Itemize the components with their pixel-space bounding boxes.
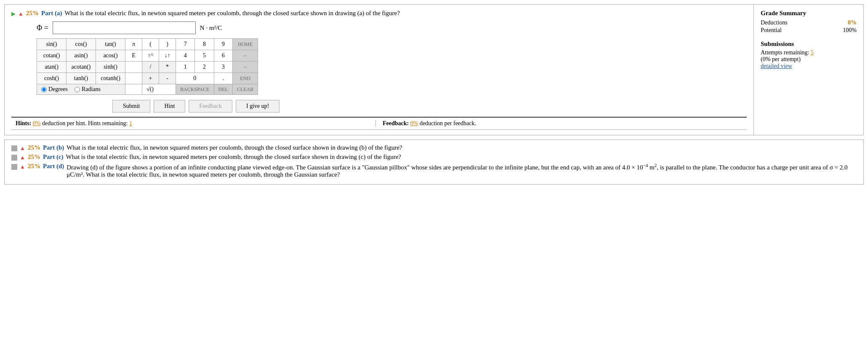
two-button[interactable]: 2 xyxy=(195,62,214,73)
deductions-row: Deductions 0% xyxy=(761,19,857,26)
part-b-percent: 25% xyxy=(28,144,40,151)
part-b-question: What is the total electric flux, in newt… xyxy=(67,144,857,151)
detailed-view-link[interactable]: detailed view xyxy=(761,63,792,69)
backspace-button[interactable]: BACKSPACE xyxy=(176,84,214,95)
cotan-button[interactable]: cotan() xyxy=(37,50,67,62)
part-d-row: ▲ 25% Part (d) Drawing (d) of the figure… xyxy=(11,163,857,178)
close-paren-button[interactable]: ) xyxy=(159,39,176,50)
multiply-button[interactable]: * xyxy=(159,62,176,73)
empty2 xyxy=(125,73,142,84)
hints-text: deduction per hint. Hints remaining: xyxy=(42,120,129,126)
part-d-question: Drawing (d) of the figure shows a portio… xyxy=(67,163,857,178)
action-buttons: Submit Hint Feedback I give up! xyxy=(112,100,747,113)
eight-button[interactable]: 8 xyxy=(195,39,214,50)
cosh-button[interactable]: cosh() xyxy=(37,73,67,84)
e-button[interactable]: E xyxy=(125,50,142,62)
deductions-label: Deductions xyxy=(761,19,788,26)
part-c-icon xyxy=(11,155,17,161)
four-button[interactable]: 4 xyxy=(176,50,195,62)
cos-button[interactable]: cos() xyxy=(67,39,96,50)
backspace-arrow-button[interactable]: ← xyxy=(232,50,258,62)
part-c-question: What is the total electric flux, in newt… xyxy=(66,153,857,161)
zero-button[interactable]: 0 xyxy=(176,73,214,84)
nine-button[interactable]: 9 xyxy=(214,39,232,50)
pi-button[interactable]: π xyxy=(125,39,142,50)
part-c-label: Part (c) xyxy=(43,153,64,161)
cotanh-button[interactable]: cotanh() xyxy=(96,73,125,84)
part-d-percent: 25% xyxy=(28,163,40,170)
give-up-button[interactable]: I give up! xyxy=(236,100,280,113)
clear-button[interactable]: CLEAR xyxy=(232,84,258,95)
feedback-deduction: 0% xyxy=(410,120,418,126)
down-up-button[interactable]: ↓↑ xyxy=(159,50,176,62)
phi-label: Φ = xyxy=(37,24,48,32)
decimal-button[interactable]: . xyxy=(214,73,232,84)
bottom-parts: ▲ 25% Part (b) What is the total electri… xyxy=(4,140,864,185)
acotan-button[interactable]: acotan() xyxy=(67,62,96,73)
five-button[interactable]: 5 xyxy=(195,50,214,62)
home-button[interactable]: HOME xyxy=(232,39,258,50)
divide-button[interactable]: / xyxy=(142,62,159,73)
per-attempt-row: (0% per attempt) xyxy=(761,56,857,63)
atan-button[interactable]: atan() xyxy=(37,62,67,73)
part-label: Part (a) xyxy=(41,10,62,17)
one-button[interactable]: 1 xyxy=(176,62,195,73)
function-keypad: sin() cos() tan() π ( ) 7 8 9 HOME cotan… xyxy=(37,38,258,95)
feedback-label: Feedback: xyxy=(383,120,409,126)
submit-button[interactable]: Submit xyxy=(112,100,150,113)
sqrt-button[interactable]: √() xyxy=(142,84,176,95)
part-d-text-start: Drawing (d) of the figure shows a portio… xyxy=(67,164,643,171)
sinh-button[interactable]: sinh() xyxy=(96,62,125,73)
part-a-header: ▶ ▲ 25% Part (a) What is the total elect… xyxy=(11,10,747,17)
radians-radio[interactable] xyxy=(75,87,80,92)
open-paren-button[interactable]: ( xyxy=(142,39,159,50)
six-button[interactable]: 6 xyxy=(214,50,232,62)
up-caret-button[interactable]: ↑^ xyxy=(142,50,159,62)
part-b-icon xyxy=(11,145,17,151)
deductions-value: 0% xyxy=(848,19,857,26)
end-button[interactable]: END xyxy=(232,73,258,84)
detailed-view-row[interactable]: detailed view xyxy=(761,63,857,70)
plus-button[interactable]: + xyxy=(142,73,159,84)
per-attempt-text: (0% per attempt) xyxy=(761,56,801,62)
part-d-warning: ▲ xyxy=(20,164,25,170)
part-question: What is the total electric flux, in newt… xyxy=(64,10,399,17)
attempts-label: Attempts remaining: xyxy=(761,49,811,56)
part-d-text-mid: m xyxy=(648,164,654,171)
part-c-percent: 25% xyxy=(28,153,40,161)
potential-label: Potential xyxy=(761,27,782,34)
potential-row: Potential 100% xyxy=(761,27,857,34)
right-arrow-button[interactable]: → xyxy=(232,62,258,73)
hints-left: Hints: 0% deduction per hint. Hints rema… xyxy=(16,120,375,127)
unit-label: N · m²/C xyxy=(200,24,222,32)
radians-radio-label[interactable]: Radians xyxy=(75,86,101,93)
answer-input[interactable] xyxy=(53,21,196,34)
hints-bar: Hints: 0% deduction per hint. Hints rema… xyxy=(11,117,747,130)
hints-right: Feedback: 0% deduction per feedback. xyxy=(375,120,743,127)
three-button[interactable]: 3 xyxy=(214,62,232,73)
attempts-row: Attempts remaining: 5 xyxy=(761,49,857,56)
degrees-label-text: Degrees xyxy=(48,86,68,93)
hints-remaining[interactable]: 1 xyxy=(129,120,132,126)
attempts-value: 5 xyxy=(811,49,814,56)
del-button[interactable]: DEL xyxy=(214,84,232,95)
play-icon[interactable]: ▶ xyxy=(11,11,16,17)
acos-button[interactable]: acos() xyxy=(96,50,125,62)
degrees-radio-label[interactable]: Degrees xyxy=(41,86,68,93)
part-c-row: ▲ 25% Part (c) What is the total electri… xyxy=(11,153,857,161)
hint-button[interactable]: Hint xyxy=(154,100,185,113)
tanh-button[interactable]: tanh() xyxy=(67,73,96,84)
part-b-warning: ▲ xyxy=(20,145,25,152)
sin-button[interactable]: sin() xyxy=(37,39,67,50)
part-d-exp1: −4 xyxy=(643,163,648,168)
degrees-radio[interactable] xyxy=(41,87,47,92)
feedback-button[interactable]: Feedback xyxy=(189,100,232,113)
grade-summary: Grade Summary Deductions 0% Potential 10… xyxy=(754,5,863,135)
input-row: Φ = N · m²/C xyxy=(37,21,747,34)
part-b-row: ▲ 25% Part (b) What is the total electri… xyxy=(11,144,857,152)
asin-button[interactable]: asin() xyxy=(67,50,96,62)
seven-button[interactable]: 7 xyxy=(176,39,195,50)
tan-button[interactable]: tan() xyxy=(96,39,125,50)
minus-button[interactable]: - xyxy=(159,73,176,84)
part-b-label: Part (b) xyxy=(43,144,64,151)
